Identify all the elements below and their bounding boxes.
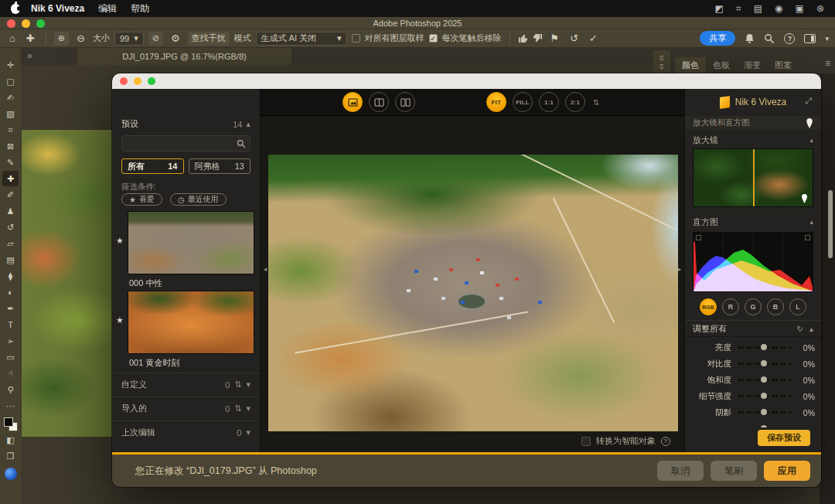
remove-after-stroke-checkbox[interactable]: ✓: [429, 34, 438, 43]
panel-menu-icon[interactable]: ≡: [825, 58, 830, 69]
collapse-right-panel-icon[interactable]: ▸: [676, 263, 683, 275]
tab-color[interactable]: 颜色: [675, 57, 706, 73]
slider-thumb[interactable]: [761, 344, 767, 350]
hand-tool[interactable]: ☝: [2, 366, 19, 381]
gear-icon[interactable]: ⚙: [168, 32, 183, 44]
split-view-button[interactable]: [369, 92, 389, 112]
expand-icon[interactable]: ⤢: [805, 96, 812, 106]
crop-tool[interactable]: ⌗: [2, 122, 19, 138]
menubar-status-icon[interactable]: ◩: [715, 3, 724, 14]
side-by-side-view-button[interactable]: [395, 92, 415, 112]
preset-thumbnail[interactable]: [128, 291, 254, 354]
preset-group-imported[interactable]: 导入的 0 ⇅ ▾: [112, 397, 260, 420]
reset-icon[interactable]: ↻: [797, 325, 803, 333]
sample-all-layers-checkbox[interactable]: [352, 34, 360, 43]
menubar-item-edit[interactable]: 编辑: [98, 2, 117, 15]
collapse-left-panel-icon[interactable]: ◂: [261, 263, 269, 275]
filter-favorites[interactable]: ★ 喜爱: [121, 193, 162, 206]
brush-angle-button[interactable]: ⊘: [148, 32, 163, 46]
eraser-tool[interactable]: ▱: [2, 236, 19, 251]
blur-tool[interactable]: ⧫: [2, 268, 19, 284]
dialog-titlebar[interactable]: [112, 73, 821, 89]
menubar-status-icon[interactable]: ⌗: [736, 3, 741, 14]
zoom-200-button[interactable]: 2:1: [565, 92, 585, 112]
zoom-100-button[interactable]: 1:1: [539, 92, 559, 112]
object-selection-tool[interactable]: ▧: [2, 106, 19, 121]
slider-thumb[interactable]: [761, 393, 767, 399]
menubar-status-icon[interactable]: ⊛: [816, 3, 824, 14]
size-increase-button[interactable]: ⊕: [54, 32, 69, 46]
path-select-tool[interactable]: ➢: [2, 333, 19, 349]
structure-slider[interactable]: [736, 395, 792, 397]
help-icon[interactable]: ?: [661, 437, 670, 446]
saturation-slider[interactable]: [736, 379, 792, 381]
undo-icon[interactable]: ↺: [567, 32, 581, 44]
tab-gradients[interactable]: 渐变: [737, 57, 768, 73]
type-tool[interactable]: T: [2, 317, 19, 332]
chevron-up-icon[interactable]: ▴: [809, 218, 813, 226]
preset-tab-category[interactable]: 阿弗格 13: [189, 158, 251, 174]
dialog-zoom-button[interactable]: [148, 77, 155, 85]
preset-tab-all[interactable]: 所有 14: [121, 158, 184, 174]
eyedropper-tool[interactable]: ✎: [2, 155, 19, 170]
slider-thumb[interactable]: [761, 409, 767, 415]
marquee-tool[interactable]: ▢: [2, 73, 19, 89]
channel-rgb-button[interactable]: RGB: [700, 298, 717, 315]
lasso-tool[interactable]: ✍: [2, 90, 19, 105]
thumbs-down-icon[interactable]: [533, 33, 543, 43]
preset-group-last-edit[interactable]: 上次编辑 0 ▾: [112, 421, 260, 444]
chevrons-icon[interactable]: »: [27, 50, 32, 61]
tool-preset-icon[interactable]: ✚: [23, 32, 38, 44]
more-tools-button[interactable]: ⋯: [2, 398, 19, 414]
zoom-tool[interactable]: ⚲: [2, 382, 19, 397]
channel-r-button[interactable]: R: [722, 298, 739, 315]
foreground-background-swatch[interactable]: [4, 417, 18, 431]
shadow-clipping-indicator[interactable]: [696, 235, 701, 240]
preset-search-box[interactable]: [121, 135, 250, 152]
search-icon[interactable]: [764, 33, 775, 44]
menubar-app-name[interactable]: Nik 6 Viveza: [31, 3, 84, 14]
chevron-up-icon[interactable]: ▴: [809, 325, 813, 333]
cancel-button[interactable]: 取消: [657, 461, 704, 481]
apple-logo-icon[interactable]: [11, 4, 20, 14]
dialog-close-button[interactable]: [120, 77, 128, 85]
clone-stamp-tool[interactable]: ♟: [2, 203, 19, 219]
zoom-fill-button[interactable]: FILL: [513, 92, 533, 112]
shadows-slider[interactable]: [736, 411, 792, 414]
menubar-status-icon[interactable]: ▤: [754, 3, 762, 14]
brightness-slider[interactable]: [736, 346, 792, 349]
zoom-fit-button[interactable]: FIT: [486, 92, 506, 112]
tab-swatches[interactable]: 色板: [706, 57, 737, 73]
brush-tool[interactable]: ✐: [2, 187, 19, 203]
channel-g-button[interactable]: G: [745, 298, 762, 315]
channel-l-button[interactable]: L: [789, 298, 806, 315]
close-window-button[interactable]: [7, 19, 15, 28]
smart-object-checkbox[interactable]: [581, 437, 591, 446]
zoom-window-button[interactable]: [36, 19, 45, 28]
minimize-window-button[interactable]: [22, 19, 30, 28]
healing-brush-tool[interactable]: ✚: [2, 171, 19, 186]
channel-b-button[interactable]: B: [767, 298, 784, 315]
brush-button[interactable]: 笔刷: [711, 461, 757, 481]
contrast-slider[interactable]: [736, 363, 792, 365]
chevron-down-icon[interactable]: ▾: [825, 35, 829, 43]
menubar-status-icon[interactable]: ▣: [796, 3, 804, 14]
screen-mode-icon[interactable]: ❒: [2, 448, 19, 464]
find-distractions-button[interactable]: 查找干扰: [188, 32, 230, 46]
flag-icon[interactable]: ⚑: [547, 32, 563, 44]
collapse-panels-icon[interactable]: ▯▯: [653, 50, 670, 73]
preset-search-input[interactable]: [126, 139, 237, 148]
slider-thumb[interactable]: [761, 376, 767, 383]
loupe-preview[interactable]: [693, 148, 813, 207]
save-preset-button[interactable]: 保存预设: [758, 430, 810, 446]
preview-image[interactable]: [268, 155, 678, 431]
highlight-clipping-indicator[interactable]: [805, 235, 810, 240]
loupe-split-line[interactable]: [753, 149, 755, 206]
star-icon[interactable]: ★: [116, 315, 124, 325]
commit-check-icon[interactable]: ✓: [586, 32, 601, 44]
preset-group-custom[interactable]: 自定义 0 ⇅ ▾: [112, 373, 260, 396]
dialog-minimize-button[interactable]: [134, 77, 141, 85]
star-icon[interactable]: ★: [116, 236, 124, 246]
single-view-button[interactable]: [343, 92, 363, 112]
menubar-item-help[interactable]: 帮助: [131, 2, 149, 15]
